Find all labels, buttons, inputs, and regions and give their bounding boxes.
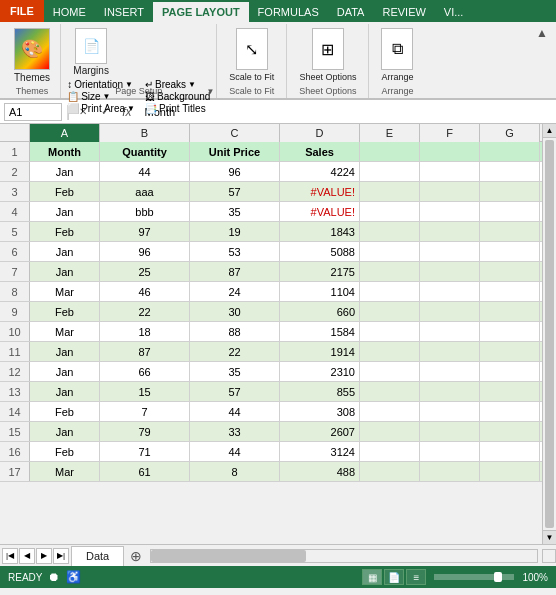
cell[interactable]: 44 [100, 162, 190, 182]
cell[interactable]: 30 [190, 302, 280, 322]
page-break-view-button[interactable]: ≡ [406, 569, 426, 585]
cell[interactable] [360, 242, 420, 262]
cell[interactable] [420, 222, 480, 242]
cell[interactable]: 855 [280, 382, 360, 402]
cell[interactable] [480, 382, 540, 402]
row-number[interactable]: 17 [0, 462, 30, 481]
cell[interactable] [360, 342, 420, 362]
cell[interactable] [480, 182, 540, 202]
cell[interactable]: Mar [30, 322, 100, 342]
tab-review[interactable]: REVIEW [373, 2, 434, 22]
cell[interactable]: 308 [280, 402, 360, 422]
row-number[interactable]: 1 [0, 142, 30, 161]
cell[interactable] [420, 302, 480, 322]
collapse-ribbon-button[interactable]: ▲ [532, 24, 552, 98]
cell[interactable]: Jan [30, 422, 100, 442]
cell[interactable] [360, 442, 420, 462]
nav-last-button[interactable]: ▶| [53, 548, 69, 564]
cell[interactable]: 96 [190, 162, 280, 182]
cell[interactable] [420, 442, 480, 462]
cell[interactable]: 1104 [280, 282, 360, 302]
cell[interactable]: 660 [280, 302, 360, 322]
cell[interactable] [360, 182, 420, 202]
col-header-c[interactable]: C [190, 124, 280, 142]
cell[interactable]: 97 [100, 222, 190, 242]
nav-first-button[interactable]: |◀ [2, 548, 18, 564]
cell[interactable]: 87 [100, 342, 190, 362]
cell[interactable] [480, 162, 540, 182]
row-number[interactable]: 6 [0, 242, 30, 261]
scroll-down-button[interactable]: ▼ [543, 530, 556, 544]
cell[interactable] [480, 462, 540, 482]
cell[interactable]: 22 [100, 302, 190, 322]
vertical-scrollbar[interactable]: ▲ ▼ [542, 124, 556, 544]
cell[interactable] [420, 322, 480, 342]
cell[interactable]: 66 [100, 362, 190, 382]
cell[interactable] [480, 362, 540, 382]
cell[interactable] [480, 222, 540, 242]
cell[interactable] [480, 262, 540, 282]
cell[interactable] [360, 262, 420, 282]
cell[interactable] [480, 342, 540, 362]
margins-button[interactable]: 📄 Margins [67, 26, 115, 78]
row-number[interactable]: 15 [0, 422, 30, 441]
tab-home[interactable]: HOME [44, 2, 95, 22]
page-setup-dialog-launcher[interactable]: ▼ [206, 87, 214, 96]
cell[interactable] [360, 222, 420, 242]
cell[interactable]: 1843 [280, 222, 360, 242]
cell[interactable] [360, 422, 420, 442]
cell[interactable] [480, 242, 540, 262]
cell[interactable]: 5088 [280, 242, 360, 262]
cell[interactable] [360, 282, 420, 302]
row-number[interactable]: 4 [0, 202, 30, 221]
cell[interactable]: Month [30, 142, 100, 162]
cell[interactable]: #VALUE! [280, 202, 360, 222]
cell[interactable]: 1914 [280, 342, 360, 362]
cell[interactable]: 57 [190, 182, 280, 202]
cell[interactable]: Feb [30, 222, 100, 242]
cell[interactable]: 61 [100, 462, 190, 482]
cell[interactable] [480, 402, 540, 422]
cell[interactable] [420, 182, 480, 202]
cell[interactable]: 488 [280, 462, 360, 482]
cell[interactable]: Jan [30, 242, 100, 262]
row-number[interactable]: 16 [0, 442, 30, 461]
cell[interactable] [480, 142, 540, 162]
sheet-tab-data[interactable]: Data [71, 546, 124, 566]
cell[interactable]: 4224 [280, 162, 360, 182]
add-sheet-button[interactable]: ⊕ [126, 546, 146, 566]
horizontal-scrollbar[interactable] [150, 549, 538, 563]
cell[interactable]: 15 [100, 382, 190, 402]
cell[interactable]: 35 [190, 362, 280, 382]
cell[interactable]: Jan [30, 382, 100, 402]
nav-next-button[interactable]: ▶ [36, 548, 52, 564]
cell[interactable]: 2607 [280, 422, 360, 442]
cell[interactable]: #VALUE! [280, 182, 360, 202]
h-scroll-thumb[interactable] [151, 550, 305, 562]
cell[interactable]: Mar [30, 282, 100, 302]
cell[interactable] [360, 362, 420, 382]
cell[interactable] [480, 202, 540, 222]
cell[interactable]: 1584 [280, 322, 360, 342]
row-number[interactable]: 11 [0, 342, 30, 361]
cell[interactable]: Jan [30, 202, 100, 222]
cell[interactable] [360, 302, 420, 322]
cell[interactable] [480, 422, 540, 442]
row-number[interactable]: 9 [0, 302, 30, 321]
cell[interactable]: 44 [190, 402, 280, 422]
cell[interactable] [480, 442, 540, 462]
scroll-up-button[interactable]: ▲ [543, 124, 556, 138]
scroll-thumb[interactable] [545, 140, 554, 528]
tab-data[interactable]: DATA [328, 2, 374, 22]
col-header-g[interactable]: G [480, 124, 540, 142]
cell[interactable] [420, 242, 480, 262]
row-number[interactable]: 7 [0, 262, 30, 281]
row-number[interactable]: 8 [0, 282, 30, 301]
cell[interactable]: 18 [100, 322, 190, 342]
cell[interactable] [420, 262, 480, 282]
print-area-button[interactable]: ⬜ Print Area▼ [67, 103, 135, 114]
cell[interactable]: Feb [30, 442, 100, 462]
cell[interactable]: 71 [100, 442, 190, 462]
cell[interactable]: 79 [100, 422, 190, 442]
cell[interactable]: Feb [30, 182, 100, 202]
